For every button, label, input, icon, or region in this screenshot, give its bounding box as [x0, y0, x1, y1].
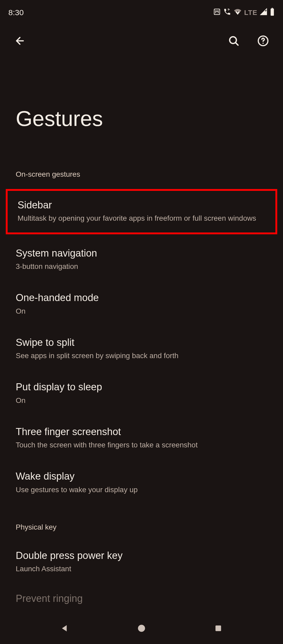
svg-point-5	[263, 43, 264, 44]
network-type-label: LTE	[244, 9, 257, 17]
setting-subtitle: See apps in split screen by swiping back…	[16, 351, 267, 361]
battery-icon	[270, 8, 275, 18]
settings-list: On-screen gestures Sidebar Multitask by …	[0, 141, 283, 604]
setting-subtitle: Touch the screen with three fingers to t…	[16, 440, 267, 450]
nav-home-button[interactable]	[131, 618, 152, 639]
navigation-bar	[0, 613, 283, 644]
status-bar: 8:30 LTE	[0, 0, 283, 25]
setting-title: One-handed mode	[16, 291, 267, 304]
setting-title: Three finger screenshot	[16, 425, 267, 438]
section-header-physical-key: Physical key	[0, 505, 283, 539]
setting-prevent-ringing-cutoff[interactable]: Prevent ringing	[0, 584, 283, 604]
svg-rect-2	[271, 8, 274, 16]
setting-subtitle: Multitask by opening your favorite apps …	[18, 213, 265, 223]
setting-put-display-to-sleep[interactable]: Put display to sleep On	[0, 371, 283, 415]
signal-icon	[260, 8, 267, 17]
status-time: 8:30	[8, 8, 24, 17]
section-header-onscreen: On-screen gestures	[0, 141, 283, 186]
wifi-icon	[234, 8, 242, 18]
highlight-box: Sidebar Multitask by opening your favori…	[6, 189, 277, 234]
setting-sidebar[interactable]: Sidebar Multitask by opening your favori…	[8, 191, 275, 232]
back-button[interactable]	[10, 31, 29, 50]
setting-system-navigation[interactable]: System navigation 3-button navigation	[0, 237, 283, 282]
app-bar	[0, 25, 283, 57]
setting-three-finger-screenshot[interactable]: Three finger screenshot Touch the screen…	[0, 415, 283, 460]
setting-title: Wake display	[16, 470, 267, 483]
setting-subtitle: On	[16, 306, 267, 316]
svg-rect-0	[214, 9, 220, 14]
help-button[interactable]	[254, 31, 273, 50]
setting-swipe-to-split[interactable]: Swipe to split See apps in split screen …	[0, 326, 283, 371]
setting-subtitle: On	[16, 395, 267, 406]
setting-double-press-power-key[interactable]: Double press power key Launch Assistant	[0, 539, 283, 584]
setting-wake-display[interactable]: Wake display Use gestures to wake your d…	[0, 460, 283, 505]
svg-rect-1	[272, 8, 273, 9]
setting-subtitle: 3-button navigation	[16, 261, 267, 271]
setting-title: Put display to sleep	[16, 381, 267, 393]
nfc-icon	[213, 8, 221, 17]
search-button[interactable]	[224, 31, 243, 50]
setting-subtitle: Use gestures to wake your display up	[16, 485, 267, 495]
page-title: Gestures	[0, 57, 283, 141]
setting-subtitle: Launch Assistant	[16, 564, 267, 574]
nav-recent-button[interactable]	[208, 618, 229, 639]
nav-back-button[interactable]	[54, 618, 75, 639]
wifi-calling-icon	[223, 8, 231, 18]
setting-title: Sidebar	[18, 199, 265, 212]
setting-title: Double press power key	[16, 549, 267, 562]
svg-rect-7	[216, 625, 221, 631]
setting-title: Swipe to split	[16, 336, 267, 349]
svg-point-6	[138, 625, 145, 632]
setting-title: System navigation	[16, 247, 267, 260]
setting-one-handed-mode[interactable]: One-handed mode On	[0, 281, 283, 326]
